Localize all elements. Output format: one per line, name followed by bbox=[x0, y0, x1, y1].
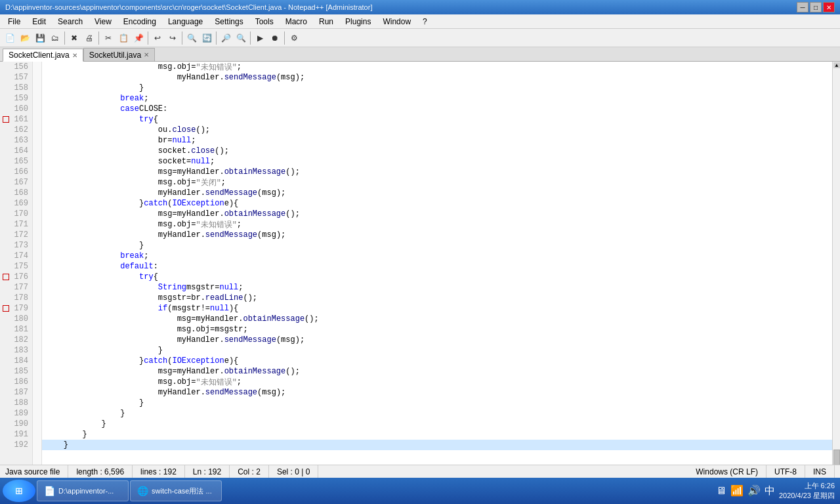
line-number-189: 189 bbox=[0, 408, 32, 419]
redo-button[interactable]: ↪ bbox=[165, 31, 180, 45]
code-line-175: default: bbox=[42, 261, 832, 272]
toolbar-sep-5 bbox=[216, 32, 217, 45]
bookmark-161[interactable] bbox=[3, 116, 9, 123]
menu-run[interactable]: Run bbox=[314, 15, 339, 28]
status-ln: Ln : 192 bbox=[185, 465, 230, 478]
undo-button[interactable]: ↩ bbox=[150, 31, 165, 45]
zoom-in-button[interactable]: 🔎 bbox=[219, 31, 233, 45]
code-area[interactable]: msg.obj = "未知错误"; myHandler.sendMessage(… bbox=[42, 62, 832, 465]
line-number-157: 157 bbox=[0, 72, 32, 83]
bookmark-176[interactable] bbox=[3, 274, 9, 280]
tab-socketclient-close[interactable]: ✕ bbox=[72, 52, 77, 59]
menu-tools[interactable]: Tools bbox=[250, 15, 279, 28]
tray-monitor-icon[interactable]: 🖥 bbox=[716, 485, 726, 497]
scroll-track[interactable] bbox=[833, 69, 840, 465]
bookmark-179[interactable] bbox=[3, 305, 9, 312]
fold-row-161 bbox=[33, 114, 41, 125]
line-number-191: 191 bbox=[0, 429, 32, 440]
line-number-182: 182 bbox=[0, 335, 32, 345]
tab-socketclient[interactable]: SocketClient.java ✕ bbox=[3, 49, 83, 62]
fold-row-184 bbox=[33, 356, 41, 366]
code-line-162: ou.close(); bbox=[42, 125, 832, 135]
print-button[interactable]: 🖨 bbox=[82, 31, 96, 45]
replace-button[interactable]: 🔄 bbox=[200, 31, 214, 45]
close-button[interactable]: ✕ bbox=[823, 2, 835, 12]
paste-button[interactable]: 📌 bbox=[131, 31, 146, 45]
tray-volume-icon[interactable]: 🔊 bbox=[747, 484, 761, 497]
menu-help[interactable]: ? bbox=[417, 15, 432, 28]
menu-edit[interactable]: Edit bbox=[27, 15, 51, 28]
code-line-156: msg.obj = "未知错误"; bbox=[42, 62, 832, 72]
taskbar-notepad-label: D:\appinventor-... bbox=[58, 487, 114, 495]
line-number-160: 160 bbox=[0, 104, 32, 114]
fold-row-168 bbox=[33, 188, 41, 198]
line-number-188: 188 bbox=[0, 398, 32, 408]
scroll-up-button[interactable]: ▲ bbox=[833, 62, 840, 68]
menu-macro[interactable]: Macro bbox=[280, 15, 312, 28]
minimize-button[interactable]: ─ bbox=[797, 2, 808, 12]
fold-row-185 bbox=[33, 366, 41, 377]
scrollbar-vertical[interactable]: ▲ ▼ bbox=[832, 62, 840, 465]
taskbar-browser-icon: 🌐 bbox=[136, 484, 149, 497]
line-number-186: 186 bbox=[0, 377, 32, 387]
save-button[interactable]: 💾 bbox=[33, 31, 47, 45]
line-number-171: 171 bbox=[0, 219, 32, 230]
menu-search[interactable]: Search bbox=[52, 15, 88, 28]
clock-time: 上午 6:26 bbox=[779, 481, 835, 491]
menu-settings[interactable]: Settings bbox=[209, 15, 248, 28]
menu-language[interactable]: Language bbox=[163, 15, 208, 28]
code-line-181: msg.obj = msgstr; bbox=[42, 324, 832, 335]
close-button-tb[interactable]: ✖ bbox=[67, 31, 81, 45]
save-all-button[interactable]: 🗂 bbox=[48, 31, 62, 45]
status-filetype: Java source file bbox=[5, 465, 68, 478]
taskbar-item-browser[interactable]: 🌐 switch-case用法 ... bbox=[130, 480, 222, 501]
line-number-176: 176 bbox=[0, 272, 32, 282]
taskbar-item-notepad[interactable]: 📄 D:\appinventor-... bbox=[37, 480, 129, 501]
tab-socketutil-label: SocketUtil.java bbox=[89, 51, 141, 60]
code-line-161: try { bbox=[42, 114, 832, 125]
tab-socketutil[interactable]: SocketUtil.java ✕ bbox=[83, 48, 155, 61]
fold-row-176 bbox=[33, 272, 41, 282]
taskbar-clock[interactable]: 上午 6:26 2020/4/23 星期四 bbox=[779, 481, 835, 501]
status-length: length : 6,596 bbox=[68, 465, 133, 478]
line-number-175: 175 bbox=[0, 261, 32, 272]
toolbar-sep-6 bbox=[250, 32, 251, 45]
menu-plugins[interactable]: Plugins bbox=[340, 15, 376, 28]
menu-window[interactable]: Window bbox=[377, 15, 416, 28]
tray-network-icon[interactable]: 📶 bbox=[730, 484, 744, 497]
fold-row-162 bbox=[33, 125, 41, 135]
code-line-185: msg = myHandler.obtainMessage(); bbox=[42, 366, 832, 377]
open-button[interactable]: 📂 bbox=[18, 31, 32, 45]
menu-encoding[interactable]: Encoding bbox=[118, 15, 161, 28]
start-button[interactable]: ⊞ bbox=[3, 480, 35, 502]
menu-view[interactable]: View bbox=[89, 15, 117, 28]
scroll-thumb[interactable] bbox=[833, 450, 840, 465]
code-line-183: } bbox=[42, 345, 832, 356]
status-eol: Windows (CR LF) bbox=[688, 465, 766, 478]
copy-button[interactable]: 📋 bbox=[116, 31, 131, 45]
tab-socketutil-close[interactable]: ✕ bbox=[144, 51, 149, 58]
cut-button[interactable]: ✂ bbox=[101, 31, 116, 45]
record-button[interactable]: ⏺ bbox=[268, 31, 282, 45]
status-sel: Sel : 0 | 0 bbox=[269, 465, 318, 478]
fold-row-170 bbox=[33, 209, 41, 219]
macro-button[interactable]: ▶ bbox=[253, 31, 267, 45]
fold-row-180 bbox=[33, 314, 41, 324]
code-line-178: msgstr = br.readLine(); bbox=[42, 293, 832, 303]
fold-row-178 bbox=[33, 293, 41, 303]
tabs-bar: SocketClient.java ✕ SocketUtil.java ✕ bbox=[0, 47, 840, 62]
fold-row-167 bbox=[33, 177, 41, 188]
settings-button[interactable]: ⚙ bbox=[287, 31, 301, 45]
maximize-button[interactable]: □ bbox=[810, 2, 822, 12]
menu-file[interactable]: File bbox=[3, 15, 26, 28]
status-encoding: UTF-8 bbox=[766, 465, 805, 478]
zoom-out-button[interactable]: 🔍 bbox=[234, 31, 248, 45]
find-button[interactable]: 🔍 bbox=[184, 31, 199, 45]
code-line-172: myHandler.sendMessage(msg); bbox=[42, 230, 832, 240]
line-number-169: 169 bbox=[0, 198, 32, 209]
tray-ime-icon[interactable]: 中 bbox=[765, 484, 775, 498]
status-col: Col : 2 bbox=[230, 465, 269, 478]
new-button[interactable]: 📄 bbox=[3, 31, 17, 45]
line-number-185: 185 bbox=[0, 366, 32, 377]
line-number-172: 172 bbox=[0, 230, 32, 240]
